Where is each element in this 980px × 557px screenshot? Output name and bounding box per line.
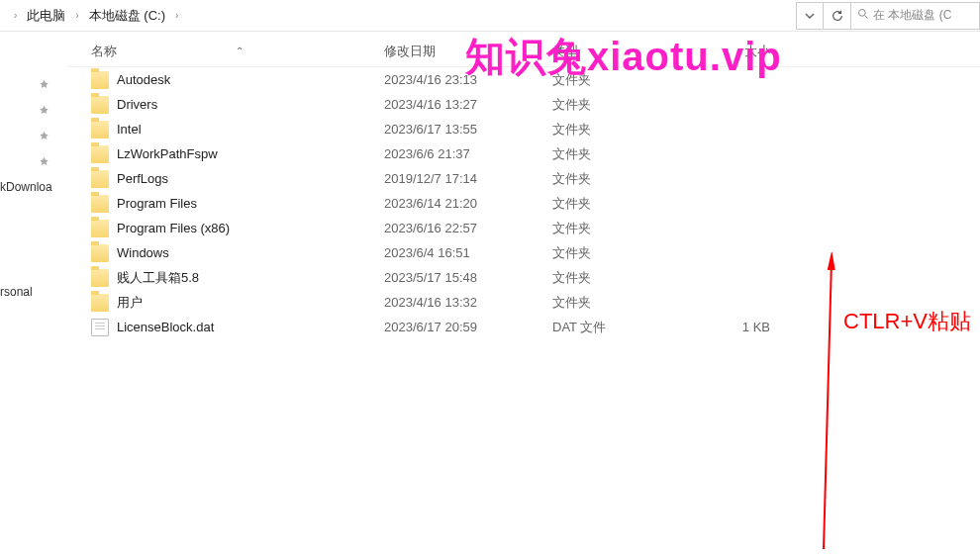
refresh-button[interactable]: [824, 2, 851, 30]
folder-icon: [91, 195, 109, 213]
breadcrumb-this-pc[interactable]: 此电脑: [23, 7, 69, 25]
folder-icon: [91, 96, 109, 114]
search-input[interactable]: 在 本地磁盘 (C: [851, 2, 980, 30]
address-history-dropdown[interactable]: [796, 2, 824, 30]
file-date: 2023/6/17 13:55: [384, 122, 552, 137]
svg-point-0: [859, 10, 866, 17]
file-date: 2023/4/16 23:13: [384, 72, 552, 87]
file-name: Windows: [117, 245, 169, 260]
file-date: 2023/6/17 20:59: [384, 320, 552, 334]
folder-icon: [91, 145, 109, 163]
chevron-right-icon: ›: [8, 10, 23, 21]
file-date: 2019/12/7 17:14: [384, 171, 552, 186]
file-row[interactable]: Intel2023/6/17 13:55文件夹: [67, 117, 980, 141]
file-row[interactable]: Drivers2023/4/16 13:27文件夹: [67, 92, 980, 117]
quick-access-sidebar: kDownloa rsonal: [0, 36, 67, 550]
pinned-item[interactable]: [0, 148, 67, 174]
file-name: PerfLogs: [117, 171, 168, 186]
column-header-date[interactable]: 修改日期: [384, 43, 552, 60]
file-row[interactable]: 贱人工具箱5.82023/5/17 15:48文件夹: [67, 265, 980, 290]
file-name: 贱人工具箱5.8: [117, 269, 199, 287]
file-date: 2023/6/16 22:57: [384, 221, 552, 235]
file-name: Program Files: [117, 196, 197, 211]
pinned-item[interactable]: [0, 123, 67, 148]
file-row[interactable]: LzWorkPathFspw2023/6/6 21:37文件夹: [67, 141, 980, 166]
file-name: Intel: [117, 122, 142, 137]
file-type: 文件夹: [552, 71, 711, 89]
file-name: LzWorkPathFspw: [117, 146, 218, 161]
sort-ascending-icon: ⌃: [236, 46, 244, 56]
file-name: LicenseBlock.dat: [117, 320, 214, 334]
file-row[interactable]: Windows2023/6/4 16:51文件夹: [67, 240, 980, 265]
svg-line-1: [865, 16, 868, 19]
file-date: 2023/4/16 13:32: [384, 295, 552, 310]
file-row[interactable]: 用户2023/4/16 13:32文件夹: [67, 290, 980, 315]
file-name: 用户: [117, 294, 143, 312]
file-type: 文件夹: [552, 195, 711, 213]
address-bar: › 此电脑 › 本地磁盘 (C:) › 在 本地磁盘 (C: [0, 0, 980, 32]
file-type: 文件夹: [552, 269, 711, 287]
chevron-right-icon: ›: [169, 10, 184, 21]
file-date: 2023/6/14 21:20: [384, 196, 552, 211]
folder-icon: [91, 244, 109, 262]
search-placeholder: 在 本地磁盘 (C: [873, 7, 951, 24]
file-name: Autodesk: [117, 72, 170, 87]
file-type: 文件夹: [552, 121, 711, 139]
file-type: 文件夹: [552, 170, 711, 188]
file-type: 文件夹: [552, 145, 711, 163]
file-size: 1 KB: [711, 320, 800, 334]
file-row[interactable]: LicenseBlock.dat2023/6/17 20:59DAT 文件1 K…: [67, 315, 980, 339]
sidebar-item-downloads[interactable]: kDownloa: [0, 174, 67, 200]
folder-icon: [91, 269, 109, 287]
breadcrumb[interactable]: › 此电脑 › 本地磁盘 (C:) ›: [0, 0, 796, 31]
folder-icon: [91, 121, 109, 139]
file-type: 文件夹: [552, 294, 711, 312]
column-headers: 名称 ⌃ 修改日期 类型 大小: [67, 36, 980, 67]
pinned-item[interactable]: [0, 97, 67, 123]
file-type: 文件夹: [552, 244, 711, 262]
folder-icon: [91, 294, 109, 312]
search-icon: [857, 8, 869, 23]
file-type: 文件夹: [552, 96, 711, 114]
file-row[interactable]: Autodesk2023/4/16 23:13文件夹: [67, 67, 980, 92]
file-date: 2023/5/17 15:48: [384, 270, 552, 285]
folder-icon: [91, 170, 109, 188]
sidebar-item-personal[interactable]: rsonal: [0, 279, 67, 305]
file-date: 2023/6/4 16:51: [384, 245, 552, 260]
file-date: 2023/6/6 21:37: [384, 146, 552, 161]
pinned-item[interactable]: [0, 71, 67, 97]
column-header-size[interactable]: 大小: [711, 43, 800, 60]
file-name: Drivers: [117, 97, 157, 112]
file-list-panel: 名称 ⌃ 修改日期 类型 大小 Autodesk2023/4/16 23:13文…: [67, 36, 980, 557]
file-row[interactable]: Program Files2023/6/14 21:20文件夹: [67, 191, 980, 216]
column-header-name[interactable]: 名称 ⌃: [87, 43, 384, 60]
file-row[interactable]: PerfLogs2019/12/7 17:14文件夹: [67, 166, 980, 191]
folder-icon: [91, 71, 109, 89]
column-header-type[interactable]: 类型: [552, 43, 711, 60]
chevron-right-icon: ›: [69, 10, 84, 21]
file-row[interactable]: Program Files (x86)2023/6/16 22:57文件夹: [67, 216, 980, 240]
breadcrumb-local-disk-c[interactable]: 本地磁盘 (C:): [85, 7, 169, 25]
file-date: 2023/4/16 13:27: [384, 97, 552, 112]
file-name: Program Files (x86): [117, 221, 230, 235]
file-type: DAT 文件: [552, 319, 711, 336]
file-icon: [91, 319, 109, 336]
file-type: 文件夹: [552, 220, 711, 237]
folder-icon: [91, 220, 109, 237]
